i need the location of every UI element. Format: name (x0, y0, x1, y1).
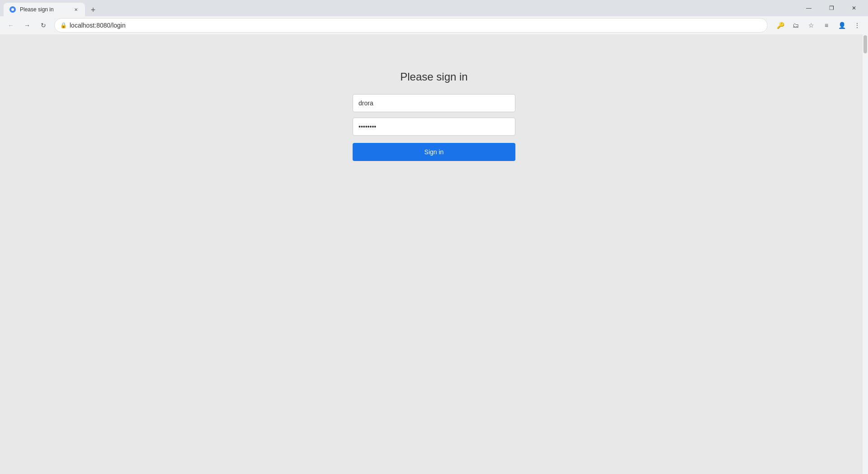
profile-icon[interactable]: 👤 (835, 18, 849, 33)
close-button[interactable]: ✕ (844, 0, 864, 16)
bookmark-icon[interactable]: ☆ (804, 18, 818, 33)
tab-search-icon[interactable]: ≡ (819, 18, 834, 33)
save-password-icon[interactable]: 🔑 (773, 18, 788, 33)
minimize-button[interactable]: — (798, 0, 819, 16)
toolbar-icons: 🔑 🗂 ☆ ≡ 👤 ⋮ (773, 18, 864, 33)
tab-bar: Please sign in ✕ + — ❐ ✕ (0, 0, 868, 16)
tab-close-button[interactable]: ✕ (72, 6, 80, 13)
browser-wallet-icon[interactable]: 🗂 (788, 18, 803, 33)
tab-title: Please sign in (20, 6, 69, 13)
password-input[interactable] (353, 118, 515, 136)
tab-favicon (9, 6, 16, 13)
sign-in-button[interactable]: Sign in (353, 143, 515, 161)
maximize-button[interactable]: ❐ (821, 0, 842, 16)
svg-point-1 (11, 8, 14, 11)
username-input[interactable] (353, 94, 515, 112)
username-group (353, 94, 515, 112)
forward-button[interactable]: → (20, 18, 34, 33)
page-heading: Please sign in (400, 71, 467, 83)
password-group (353, 118, 515, 136)
back-button[interactable]: ← (4, 18, 18, 33)
window-controls: — ❐ ✕ (798, 0, 864, 16)
scrollbar-thumb[interactable] (863, 35, 867, 53)
address-input[interactable] (70, 22, 762, 29)
address-bar[interactable]: 🔒 (54, 18, 768, 33)
browser-chrome: Please sign in ✕ + — ❐ ✕ ← → ↻ 🔒 🔑 🗂 ☆ ≡… (0, 0, 868, 34)
login-form: Please sign in Sign in (353, 71, 515, 161)
active-tab[interactable]: Please sign in ✕ (4, 3, 85, 16)
scrollbar[interactable] (863, 34, 868, 474)
new-tab-button[interactable]: + (87, 4, 99, 16)
refresh-button[interactable]: ↻ (36, 18, 51, 33)
menu-icon[interactable]: ⋮ (850, 18, 864, 33)
browser-toolbar: ← → ↻ 🔒 🔑 🗂 ☆ ≡ 👤 ⋮ (0, 16, 868, 34)
secure-icon: 🔒 (60, 22, 67, 28)
page-content: Please sign in Sign in (0, 34, 868, 474)
